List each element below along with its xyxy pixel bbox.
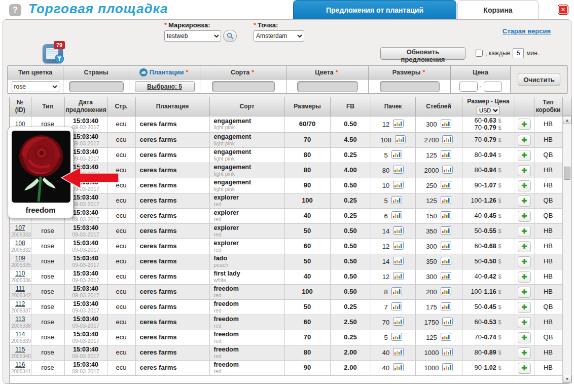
add-to-cart-button[interactable]: ✚ <box>518 347 531 359</box>
scroll-up-icon[interactable]: ▲ <box>563 116 571 124</box>
add-to-cart-button[interactable]: ✚ <box>518 135 531 146</box>
offer-number-link[interactable]: 107 <box>11 225 29 231</box>
add-to-cart-button[interactable]: ✚ <box>518 271 531 283</box>
packs-chart-icon[interactable] <box>391 287 402 297</box>
old-version-link[interactable]: Старая версия <box>503 27 551 35</box>
offer-size: 80 <box>284 345 330 361</box>
stems-chart-icon[interactable] <box>441 150 451 160</box>
packs-chart-icon[interactable] <box>393 242 404 251</box>
offer-number-link[interactable]: 108 <box>11 240 29 247</box>
packs-chart-icon[interactable] <box>391 333 402 342</box>
offers-calculator-button[interactable]: 79 <box>43 43 65 64</box>
search-button[interactable] <box>223 30 237 42</box>
add-to-cart-button[interactable]: ✚ <box>518 195 531 207</box>
stems-chart-icon[interactable] <box>441 242 451 251</box>
packs-chart-icon[interactable] <box>393 166 404 175</box>
offer-country: ecu <box>107 300 135 315</box>
offer-number-link[interactable]: 112 <box>11 301 29 307</box>
sorts-input[interactable] <box>212 81 275 92</box>
marking-select[interactable]: testweb <box>164 30 221 42</box>
point-select[interactable]: Amsterdam <box>254 30 304 42</box>
tab-plantation-offers[interactable]: Предложения от плантаций <box>293 0 456 19</box>
packs-chart-icon[interactable] <box>391 211 402 221</box>
add-to-cart-button[interactable]: ✚ <box>518 287 531 298</box>
stems-chart-icon[interactable] <box>442 318 453 327</box>
offer-box-type: HB <box>534 163 562 178</box>
offer-sort: explorer <box>214 225 283 232</box>
offer-sort: freedom <box>214 362 283 369</box>
flower-type-select[interactable]: rose <box>12 81 59 92</box>
packs-chart-icon[interactable] <box>391 302 402 312</box>
auto-refresh-checkbox[interactable] <box>476 50 483 57</box>
stems-chart-icon[interactable] <box>441 257 451 266</box>
add-to-cart-button[interactable]: ✚ <box>518 302 531 313</box>
add-to-cart-button[interactable]: ✚ <box>518 119 531 130</box>
plantations-selected-button[interactable]: Выбрано: 5 <box>135 81 195 92</box>
currency-select[interactable]: USD <box>477 106 500 115</box>
add-to-cart-button[interactable]: ✚ <box>518 150 531 161</box>
stems-chart-icon[interactable] <box>441 287 451 297</box>
scroll-down-icon[interactable]: ▼ <box>563 375 571 383</box>
packs-chart-icon[interactable] <box>393 120 404 129</box>
packs-chart-icon[interactable] <box>393 272 404 282</box>
offer-number-link[interactable]: 116 <box>11 362 29 368</box>
offer-fb: 0.25 <box>330 330 371 345</box>
stems-chart-icon[interactable] <box>441 226 451 236</box>
add-to-cart-button[interactable]: ✚ <box>518 256 531 267</box>
packs-chart-icon[interactable] <box>393 257 404 266</box>
help-icon[interactable]: ? <box>9 4 21 16</box>
stems-chart-icon[interactable] <box>441 196 451 206</box>
vertical-scrollbar[interactable]: ▲ ▼ <box>562 116 571 383</box>
add-to-cart-button[interactable]: ✚ <box>518 241 531 252</box>
packs-chart-icon[interactable] <box>393 181 404 190</box>
stems-chart-icon[interactable] <box>441 120 451 129</box>
offer-plantation: ceres farms <box>135 330 209 345</box>
add-to-cart-button[interactable]: ✚ <box>518 332 531 343</box>
offer-number-link[interactable]: 111 <box>11 286 29 292</box>
stems-chart-icon[interactable] <box>441 302 451 312</box>
stems-chart-icon[interactable] <box>442 135 453 145</box>
add-to-cart-button[interactable]: ✚ <box>518 363 531 374</box>
offer-size-price: 80-0.89 $ <box>462 345 515 361</box>
offer-country: ecu <box>107 269 135 285</box>
offer-size: 70 <box>284 133 330 148</box>
packs-chart-icon[interactable] <box>393 363 404 373</box>
stems-chart-icon[interactable] <box>441 181 451 190</box>
stems-chart-icon[interactable] <box>442 348 453 358</box>
close-icon[interactable]: ✕ <box>558 5 568 15</box>
offer-sort: engagement <box>214 134 283 141</box>
stems-chart-icon[interactable] <box>441 333 451 342</box>
packs-chart-icon[interactable] <box>391 150 402 160</box>
colors-input[interactable] <box>297 81 358 92</box>
add-to-cart-button[interactable]: ✚ <box>518 180 531 191</box>
offer-number-link[interactable]: 109 <box>11 255 29 262</box>
add-to-cart-button[interactable]: ✚ <box>518 165 531 176</box>
packs-chart-icon[interactable] <box>393 226 404 236</box>
packs-chart-icon[interactable] <box>393 348 404 358</box>
add-to-cart-button[interactable]: ✚ <box>518 211 531 222</box>
packs-chart-icon[interactable] <box>393 318 404 327</box>
offer-number-link[interactable]: 113 <box>11 316 29 323</box>
add-to-cart-button[interactable]: ✚ <box>518 226 531 237</box>
scrollbar-thumb[interactable] <box>564 167 570 180</box>
price-from-input[interactable] <box>459 82 478 92</box>
stems-chart-icon[interactable] <box>442 363 453 373</box>
tab-cart[interactable]: Корзина <box>457 0 539 19</box>
stems-chart-icon[interactable] <box>442 166 453 175</box>
offer-number-link[interactable]: 115 <box>11 346 29 353</box>
packs-chart-icon[interactable] <box>391 196 402 206</box>
add-to-cart-button[interactable]: ✚ <box>518 317 531 328</box>
interval-minutes-input[interactable] <box>513 48 524 58</box>
offer-sort: freedom <box>214 346 283 354</box>
stems-chart-icon[interactable] <box>441 211 451 221</box>
clear-filters-button[interactable]: Очистить <box>518 73 560 86</box>
offer-packs: 40 <box>382 364 389 371</box>
packs-chart-icon[interactable] <box>395 135 406 145</box>
offer-number-link[interactable]: 114 <box>11 331 29 338</box>
sizes-input[interactable] <box>380 81 440 92</box>
stems-chart-icon[interactable] <box>441 272 451 282</box>
countries-input[interactable] <box>69 81 124 92</box>
price-to-input[interactable] <box>484 82 502 92</box>
offer-number-link[interactable]: 110 <box>11 270 29 277</box>
refresh-offers-button[interactable]: Обновить предложения <box>380 47 465 60</box>
